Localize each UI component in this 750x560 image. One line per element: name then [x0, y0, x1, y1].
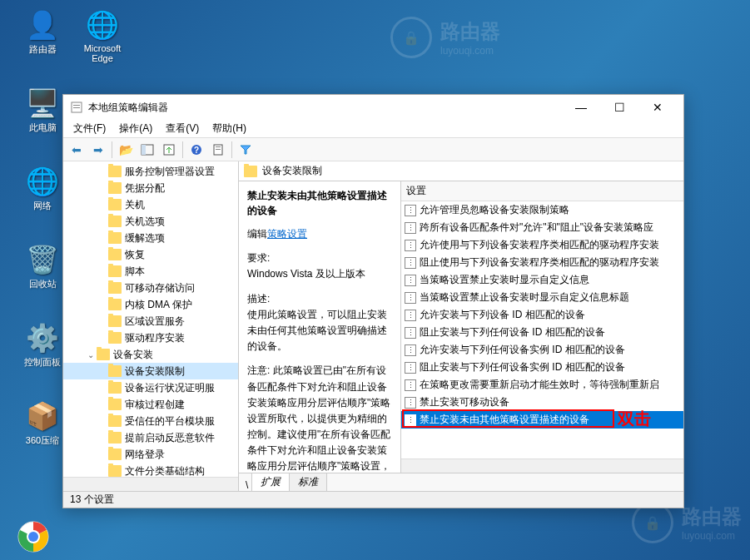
tree-item[interactable]: 设备运行状况证明服: [63, 379, 238, 396]
setting-item[interactable]: ⋮允许管理员忽略设备安装限制策略: [401, 201, 683, 219]
close-button[interactable]: ✕: [638, 95, 677, 120]
desktop-icon[interactable]: 📦360压缩: [17, 399, 68, 447]
setting-label: 阻止安装与下列任何设备实例 ID 相匹配的设备: [420, 360, 625, 374]
desktop-icon[interactable]: 👤路由器: [17, 8, 68, 56]
setting-item[interactable]: ⋮禁止安装未由其他策略设置描述的设备: [401, 411, 683, 429]
setting-item[interactable]: ⋮阻止使用与下列设备安装程序类相匹配的驱动程序安装: [401, 254, 683, 271]
desktop-icon-label: 回收站: [29, 278, 57, 290]
tree-item[interactable]: 驱动程序安装: [63, 330, 238, 346]
tree-item[interactable]: 凭据分配: [63, 180, 238, 196]
folder-icon: [108, 332, 122, 344]
setting-label: 当策略设置禁止设备安装时显示自定义信息标题: [420, 290, 629, 305]
tree-item[interactable]: 文件分类基础结构: [63, 463, 238, 477]
menu-item[interactable]: 文件(F): [67, 120, 112, 137]
tree-scrollbar[interactable]: [63, 477, 238, 491]
tree-item-label: 凭据分配: [125, 181, 238, 196]
setting-label: 允许使用与下列设备安装程序类相匹配的驱动程序安装: [420, 238, 659, 252]
folder-icon: [108, 299, 122, 310]
setting-item[interactable]: ⋮在策略更改需要重新启动才能生效时，等待强制重新启: [401, 376, 683, 394]
folder-icon: [108, 399, 122, 410]
tree-item[interactable]: 受信任的平台模块服: [63, 413, 238, 429]
maximize-button[interactable]: ☐: [600, 95, 638, 120]
tree-item-label: 恢复: [125, 248, 238, 262]
right-panel-header: 设备安装限制: [239, 161, 683, 181]
back-button[interactable]: ⬅: [67, 140, 87, 160]
tree-item[interactable]: 可移动存储访问: [63, 280, 238, 296]
tree-item[interactable]: 关机: [63, 196, 238, 213]
forward-button[interactable]: ➡: [88, 140, 108, 160]
settings-column: 设置 ⋮允许管理员忽略设备安装限制策略⋮跨所有设备匹配条件对"允许"和"阻止"设…: [401, 181, 683, 473]
description-text: 使用此策略设置，可以阻止安装未由任何其他策略设置明确描述的设备。: [247, 307, 392, 355]
right-header-label: 设备安装限制: [262, 164, 322, 178]
policy-icon: ⋮: [405, 292, 416, 304]
policy-icon: ⋮: [405, 362, 416, 374]
desktop-icon-label: 路由器: [29, 43, 57, 56]
properties-button[interactable]: [208, 140, 228, 160]
tree-item[interactable]: 服务控制管理器设置: [63, 163, 238, 180]
tree-body[interactable]: 服务控制管理器设置凭据分配关机关机选项缓解选项恢复脚本可移动存储访问内核 DMA…: [63, 161, 238, 477]
statusbar: 13 个设置: [63, 491, 683, 508]
setting-item[interactable]: ⋮跨所有设备匹配条件对"允许"和"阻止"设备安装策略应: [401, 219, 683, 236]
folder-icon: [108, 265, 122, 277]
desktop-icon[interactable]: 🌐网络: [17, 165, 68, 212]
edit-policy-link[interactable]: 策略设置: [267, 228, 307, 240]
menu-item[interactable]: 查看(V): [159, 120, 206, 137]
up-button[interactable]: 📂: [116, 140, 136, 160]
setting-item[interactable]: ⋮当策略设置禁止安装时显示自定义信息: [401, 271, 683, 289]
setting-item[interactable]: ⋮阻止安装与下列任何设备实例 ID 相匹配的设备: [401, 359, 683, 376]
tree-item[interactable]: 脚本: [63, 263, 238, 280]
desktop-icon-image: 🌐: [86, 8, 119, 42]
tree-item-label: 受信任的平台模块服: [125, 414, 238, 429]
tree-item[interactable]: ⌄设备安装: [63, 346, 238, 363]
settings-scrollbar[interactable]: [401, 458, 683, 473]
tree-item[interactable]: 恢复: [63, 246, 238, 263]
tree-expand-icon[interactable]: ⌄: [85, 350, 97, 359]
folder-icon: [108, 415, 122, 427]
tab[interactable]: 扩展: [251, 473, 290, 491]
minimize-button[interactable]: —: [562, 95, 600, 120]
desktop-icon-image: 🌐: [26, 165, 59, 198]
help-button[interactable]: ?: [186, 140, 206, 160]
filter-button[interactable]: [236, 140, 256, 160]
desktop-icon[interactable]: 🖥️此电脑: [17, 87, 68, 134]
folder-icon: [108, 432, 122, 444]
svg-rect-1: [73, 105, 80, 106]
tree-item[interactable]: 关机选项: [63, 213, 238, 230]
chrome-icon[interactable]: [17, 520, 50, 553]
tree-item-label: 缓解选项: [125, 231, 238, 245]
svg-rect-2: [73, 107, 80, 108]
menu-item[interactable]: 帮助(H): [206, 120, 253, 137]
titlebar[interactable]: 本地组策略编辑器 — ☐ ✕: [63, 95, 683, 120]
setting-item[interactable]: ⋮阻止安装与下列任何设备 ID 相匹配的设备: [401, 324, 683, 341]
desktop-icon-label: 网络: [33, 200, 52, 212]
tree-item[interactable]: 内核 DMA 保护: [63, 296, 238, 313]
show-hide-tree-button[interactable]: [137, 140, 157, 160]
tree-item[interactable]: 提前启动反恶意软件: [63, 429, 238, 446]
setting-item[interactable]: ⋮当策略设置禁止设备安装时显示自定义信息标题: [401, 289, 683, 306]
tree-item[interactable]: 区域设置服务: [63, 313, 238, 330]
export-button[interactable]: [159, 140, 179, 160]
tree-item[interactable]: 缓解选项: [63, 230, 238, 246]
tree-item[interactable]: 审核过程创建: [63, 396, 238, 413]
tree-item-label: 设备安装限制: [125, 364, 238, 379]
desktop-icon[interactable]: 🌐Microsoft Edge: [77, 8, 128, 63]
setting-item[interactable]: ⋮禁止安装可移动设备: [401, 394, 683, 411]
tree-item[interactable]: 网络登录: [63, 446, 238, 463]
tree-item-label: 提前启动反恶意软件: [125, 431, 238, 445]
policy-icon: ⋮: [405, 327, 416, 339]
tab[interactable]: 标准: [289, 473, 327, 491]
policy-icon: ⋮: [405, 397, 416, 409]
desktop-icon[interactable]: 🗑️回收站: [17, 243, 68, 290]
desktop-icon[interactable]: ⚙️控制面板: [17, 321, 68, 369]
settings-list[interactable]: ⋮允许管理员忽略设备安装限制策略⋮跨所有设备匹配条件对"允许"和"阻止"设备安装…: [401, 201, 683, 458]
desktop-icon-image: 📦: [26, 399, 59, 433]
policy-icon: ⋮: [405, 205, 416, 216]
settings-header[interactable]: 设置: [401, 181, 683, 201]
setting-item[interactable]: ⋮允许使用与下列设备安装程序类相匹配的驱动程序安装: [401, 236, 683, 254]
setting-item[interactable]: ⋮允许安装与下列任何设备实例 ID 相匹配的设备: [401, 341, 683, 359]
tree-item[interactable]: 设备安装限制: [63, 363, 238, 379]
setting-item[interactable]: ⋮允许安装与下列设备 ID 相匹配的设备: [401, 306, 683, 324]
folder-icon: [108, 249, 122, 260]
status-text: 13 个设置: [70, 493, 114, 507]
menu-item[interactable]: 操作(A): [112, 120, 159, 137]
